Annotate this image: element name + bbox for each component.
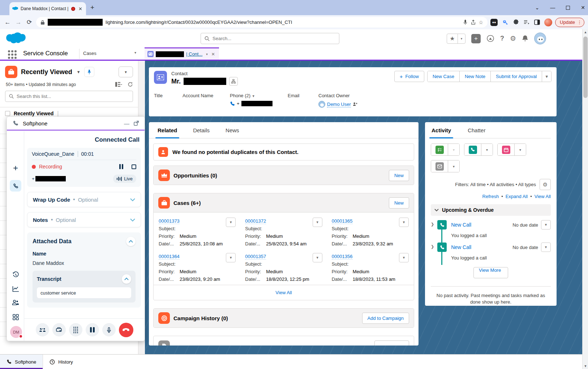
field-phone-label[interactable]: Phone (2) ▼: [230, 93, 288, 98]
nav-tab-contact[interactable]: | Cont... ▾ ✕: [145, 47, 219, 60]
update-button[interactable]: Update ⋮: [555, 18, 584, 27]
view-more-button[interactable]: View More: [473, 267, 508, 278]
user-avatar[interactable]: [534, 33, 546, 44]
utility-softphone-tab[interactable]: Softphone: [0, 355, 43, 369]
tab-news[interactable]: News: [226, 127, 239, 138]
extension-bw-icon[interactable]: ●●: [490, 19, 498, 26]
cases-new-button[interactable]: New: [389, 197, 409, 209]
browser-tab[interactable]: Dane Maddox | Contact | Sal ✕: [9, 2, 86, 15]
reading-list-icon[interactable]: [523, 20, 530, 25]
notes-section[interactable]: Notes • Optional: [27, 212, 141, 227]
notifications-bell-icon[interactable]: [522, 35, 528, 42]
opportunities-title[interactable]: Opportunities (0): [173, 172, 217, 179]
task-dropdown-icon[interactable]: ▾: [448, 144, 459, 155]
case-menu-button[interactable]: ▼: [313, 253, 322, 262]
agents-icon[interactable]: [7, 300, 24, 305]
email-button[interactable]: [431, 160, 448, 172]
view-all-link[interactable]: View All: [535, 194, 551, 199]
contact-tab-chevron-icon[interactable]: ▾: [206, 52, 208, 56]
history-icon[interactable]: [7, 271, 24, 278]
row-checkbox[interactable]: [5, 111, 10, 116]
global-search[interactable]: [201, 33, 339, 44]
new-task-button[interactable]: [431, 144, 448, 155]
minimize-icon[interactable]: —: [124, 120, 129, 126]
expand-all-link[interactable]: Expand All: [506, 194, 528, 199]
new-tab-button[interactable]: +: [90, 4, 94, 11]
favorites-dropdown-icon[interactable]: ▾: [458, 34, 465, 43]
log-call-button[interactable]: [464, 144, 481, 155]
case-menu-button[interactable]: ▼: [399, 218, 409, 227]
case-link[interactable]: 00001372: [245, 218, 266, 224]
expand-chevron-icon[interactable]: ❯: [431, 244, 434, 249]
new-case-button[interactable]: New Case: [428, 71, 459, 82]
scroll-down-icon[interactable]: ▼: [583, 363, 588, 369]
extensions-puzzle-icon[interactable]: [513, 19, 519, 25]
submit-approval-button[interactable]: Submit for Approval: [490, 71, 542, 82]
list-search[interactable]: [5, 91, 133, 102]
reload-icon[interactable]: ⟳: [25, 18, 33, 26]
window-menu-icon[interactable]: ⌄: [535, 5, 540, 10]
global-search-input[interactable]: [213, 36, 335, 41]
popout-icon[interactable]: [134, 121, 139, 126]
new-event-button[interactable]: [498, 144, 514, 155]
pin-button[interactable]: [84, 67, 94, 77]
list-title[interactable]: Recently Viewed: [21, 68, 72, 76]
wrapup-section[interactable]: Wrap Up Code • Optional: [27, 192, 141, 207]
mute-button[interactable]: [102, 323, 116, 336]
stats-icon[interactable]: [7, 286, 24, 292]
campaign-title[interactable]: Campaign History (0): [173, 315, 228, 321]
collapse-button[interactable]: [122, 274, 131, 284]
utility-history-tab[interactable]: History: [43, 355, 79, 369]
pause-recording-icon[interactable]: [119, 164, 123, 169]
list-title-chevron-icon[interactable]: ▼: [77, 70, 81, 74]
display-as-icon[interactable]: [115, 82, 123, 87]
add-to-campaign-button[interactable]: Add to Campaign: [362, 313, 409, 324]
case-link[interactable]: 00001365: [332, 218, 353, 224]
case-menu-button[interactable]: ▼: [226, 218, 236, 227]
forward-icon[interactable]: →: [14, 19, 22, 26]
chevron-down-icon[interactable]: [130, 218, 135, 222]
refresh-link[interactable]: Refresh: [482, 194, 499, 199]
favorite-star-icon[interactable]: ★: [447, 34, 458, 43]
help-icon[interactable]: ?: [500, 35, 504, 42]
live-badge[interactable]: Live: [113, 175, 136, 183]
hold-button[interactable]: [86, 323, 99, 336]
case-menu-button[interactable]: ▼: [313, 218, 322, 227]
nav-tab-cases[interactable]: Cases: [83, 51, 96, 56]
tab-details[interactable]: Details: [193, 127, 210, 138]
activity-menu-button[interactable]: ▼: [541, 220, 551, 229]
event-dropdown-icon[interactable]: ▾: [514, 144, 526, 155]
case-link[interactable]: 00001357: [245, 254, 266, 259]
transfer-call-button[interactable]: [36, 323, 49, 336]
extension-key-icon[interactable]: [502, 19, 508, 26]
case-menu-button[interactable]: ▼: [399, 253, 409, 262]
activity-menu-button[interactable]: ▼: [541, 243, 551, 252]
refresh-icon[interactable]: [128, 82, 133, 87]
next-section-button[interactable]: [374, 340, 409, 346]
share-icon[interactable]: [471, 20, 476, 25]
device-button[interactable]: [52, 323, 66, 336]
email-dropdown-icon[interactable]: ▾: [448, 160, 459, 172]
change-owner-icon[interactable]: [353, 102, 357, 107]
phone-dropdown-icon[interactable]: ▼: [252, 94, 255, 98]
page-scrollbar[interactable]: ▲ ▼: [582, 29, 588, 369]
tab-related[interactable]: Related: [158, 127, 177, 138]
bookmark-star-icon[interactable]: ☆: [479, 20, 484, 25]
trailhead-icon[interactable]: [486, 35, 494, 43]
field-phone-value[interactable]: +: [230, 101, 288, 106]
hierarchy-button[interactable]: [229, 77, 238, 86]
opportunities-new-button[interactable]: New: [389, 170, 409, 181]
upcoming-overdue-header[interactable]: Upcoming & Overdue: [431, 204, 551, 216]
activity-settings-button[interactable]: ⚙: [540, 179, 551, 190]
log-call-dropdown-icon[interactable]: ▾: [481, 144, 493, 155]
activity-title-link[interactable]: New Call: [451, 244, 471, 250]
cases-view-all-link[interactable]: View All: [275, 290, 292, 295]
agent-avatar[interactable]: DM: [10, 326, 22, 338]
list-actions-dropdown[interactable]: ▾: [119, 66, 133, 77]
chrome-menu-kebab-icon[interactable]: ⋮: [577, 20, 582, 25]
window-maximize-icon[interactable]: [566, 6, 570, 10]
window-minimize-icon[interactable]: —: [550, 5, 555, 10]
dashboard-icon[interactable]: [7, 314, 24, 320]
transcript-input[interactable]: [37, 287, 131, 298]
cases-tab-chevron-icon[interactable]: ▾: [134, 51, 136, 55]
